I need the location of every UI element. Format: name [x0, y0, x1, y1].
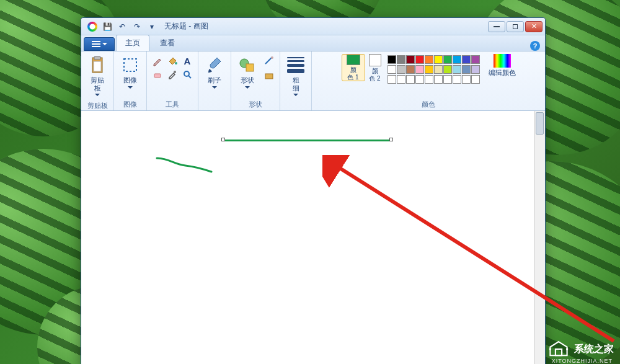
- palette-swatch[interactable]: [397, 55, 405, 64]
- palette-swatch[interactable]: [443, 65, 452, 74]
- palette-swatch[interactable]: [406, 65, 415, 74]
- group-label: 形状: [249, 99, 262, 110]
- palette-swatch[interactable]: [462, 55, 471, 64]
- group-tools: A 工具: [147, 51, 198, 110]
- help-button[interactable]: ?: [530, 41, 540, 51]
- group-brushes: 刷子 刷子: [198, 51, 231, 110]
- color1-label: 颜 色 1: [347, 66, 358, 81]
- qat-customize[interactable]: ▾: [146, 20, 158, 33]
- shape-outline-button[interactable]: [262, 54, 276, 68]
- svg-rect-1: [94, 56, 100, 60]
- quick-access-toolbar: 💾 ↶ ↷ ▾: [101, 20, 158, 33]
- chevron-down-icon: [128, 86, 133, 91]
- text-tool[interactable]: A: [180, 54, 194, 68]
- chevron-down-icon: [293, 94, 298, 99]
- fill-tool[interactable]: [166, 54, 179, 68]
- color-palette: [388, 55, 480, 84]
- svg-rect-2: [94, 61, 101, 71]
- scrollbar-thumb[interactable]: [536, 112, 544, 135]
- size-button[interactable]: 粗 细: [284, 54, 308, 100]
- paint-window: 💾 ↶ ↷ ▾ 无标题 - 画图 ✕ 主页 查看 ? 剪贴: [81, 17, 546, 364]
- palette-empty[interactable]: [415, 75, 424, 84]
- palette-empty[interactable]: [453, 75, 461, 84]
- group-label: 颜色: [422, 99, 435, 110]
- line-handle-end[interactable]: [389, 138, 393, 141]
- palette-empty[interactable]: [462, 75, 471, 84]
- palette-swatch[interactable]: [406, 55, 415, 64]
- select-button[interactable]: 图像: [118, 54, 143, 92]
- chevron-down-icon: [95, 94, 100, 99]
- pencil-tool[interactable]: [151, 54, 164, 68]
- palette-empty[interactable]: [425, 75, 433, 84]
- palette-swatch[interactable]: [471, 55, 480, 64]
- save-button[interactable]: 💾: [101, 20, 113, 33]
- palette-swatch[interactable]: [471, 65, 480, 74]
- palette-empty[interactable]: [406, 75, 415, 84]
- color-picker-tool[interactable]: [166, 68, 179, 81]
- palette-empty[interactable]: [443, 75, 452, 84]
- group-label: 图像: [123, 99, 137, 110]
- file-menu-button[interactable]: [84, 37, 115, 51]
- minimize-button[interactable]: [488, 21, 505, 32]
- size-label: 粗 细: [293, 76, 299, 92]
- palette-swatch[interactable]: [434, 65, 443, 74]
- group-label: 工具: [166, 99, 179, 110]
- vertical-scrollbar[interactable]: [534, 111, 545, 364]
- svg-point-6: [174, 71, 176, 73]
- chevron-down-icon: [212, 86, 217, 91]
- select-label: 图像: [123, 76, 137, 84]
- svg-rect-3: [124, 59, 136, 71]
- palette-swatch[interactable]: [462, 65, 471, 74]
- group-size: 粗 细 x: [280, 51, 312, 110]
- tab-home[interactable]: 主页: [116, 35, 149, 51]
- group-label: 剪贴板: [87, 100, 108, 112]
- svg-rect-12: [265, 74, 273, 79]
- canvas[interactable]: [81, 111, 534, 364]
- palette-swatch[interactable]: [415, 55, 424, 64]
- palette-empty[interactable]: [397, 75, 405, 84]
- window-title: 无标题 - 画图: [164, 21, 208, 32]
- shape-fill-button[interactable]: [262, 69, 276, 82]
- palette-swatch[interactable]: [397, 65, 405, 74]
- palette-swatch[interactable]: [453, 55, 461, 64]
- watermark-url: XITONGZHIJIA.NET: [552, 358, 613, 364]
- palette-swatch[interactable]: [388, 65, 396, 74]
- drawn-squiggle: [156, 156, 218, 174]
- color1-button[interactable]: 颜 色 1: [342, 54, 365, 81]
- undo-button[interactable]: ↶: [116, 20, 128, 33]
- group-clipboard: 剪贴 板 剪贴板: [81, 51, 114, 110]
- svg-point-4: [175, 62, 177, 64]
- brushes-button[interactable]: 刷子: [202, 54, 227, 92]
- close-button[interactable]: ✕: [525, 21, 542, 32]
- palette-empty[interactable]: [434, 75, 443, 84]
- palette-empty[interactable]: [471, 75, 480, 84]
- paste-button[interactable]: 剪贴 板: [85, 54, 110, 100]
- maximize-button[interactable]: [507, 21, 524, 32]
- color2-button[interactable]: 颜 色 2: [369, 54, 381, 82]
- palette-empty[interactable]: [388, 75, 396, 84]
- palette-swatch[interactable]: [443, 55, 452, 64]
- brush-icon: [205, 55, 224, 75]
- app-icon: [87, 22, 97, 32]
- palette-swatch[interactable]: [425, 65, 433, 74]
- clipboard-icon: [87, 55, 107, 75]
- color2-swatch: [369, 54, 381, 66]
- palette-swatch[interactable]: [453, 65, 461, 74]
- magnifier-tool[interactable]: [180, 68, 194, 81]
- drawn-line[interactable]: [224, 140, 391, 141]
- palette-swatch[interactable]: [415, 65, 424, 74]
- edit-colors-button[interactable]: 编辑颜色: [489, 54, 516, 77]
- palette-swatch[interactable]: [388, 55, 396, 64]
- ribbon-tabs: 主页 查看 ?: [81, 35, 545, 51]
- eraser-tool[interactable]: [151, 68, 164, 81]
- ribbon: 剪贴 板 剪贴板 图像 图像 A: [81, 51, 545, 111]
- line-handle-start[interactable]: [221, 138, 225, 141]
- titlebar[interactable]: 💾 ↶ ↷ ▾ 无标题 - 画图 ✕: [81, 18, 545, 35]
- group-image: 图像 图像: [114, 51, 147, 110]
- palette-swatch[interactable]: [434, 55, 443, 64]
- canvas-area: [81, 111, 545, 364]
- tab-view[interactable]: 查看: [151, 35, 184, 51]
- redo-button[interactable]: ↷: [131, 20, 143, 33]
- shapes-button[interactable]: 形状: [235, 54, 260, 92]
- palette-swatch[interactable]: [425, 55, 433, 64]
